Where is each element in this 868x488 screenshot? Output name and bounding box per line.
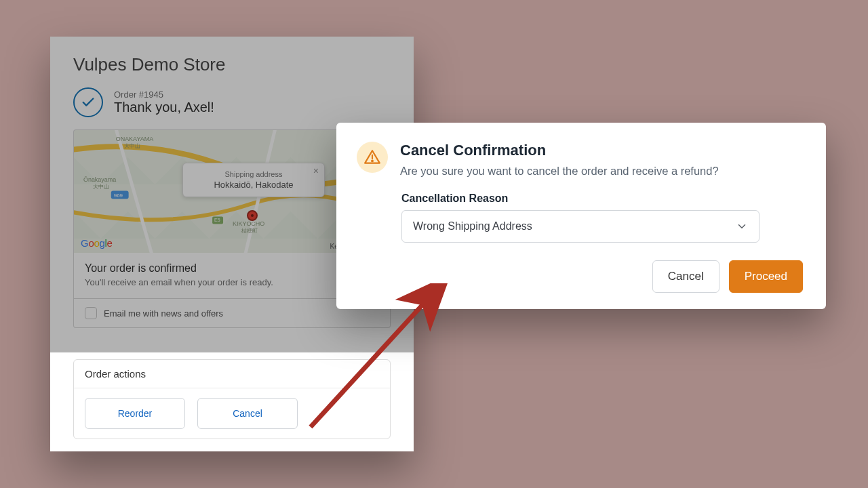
shipping-popup-label: Shipping address [191, 170, 316, 178]
modal-title: Cancel Confirmation [400, 142, 803, 159]
google-logo: Google [81, 237, 113, 249]
modal-cancel-button[interactable]: Cancel [652, 260, 719, 293]
thank-you-text: Thank you, Axel! [114, 100, 214, 115]
svg-point-11 [372, 161, 373, 162]
newsletter-checkbox[interactable] [85, 307, 97, 319]
shipping-address-popup: × Shipping address Hokkaidō, Hakodate [182, 163, 325, 197]
svg-text:大中山: 大中山 [124, 143, 140, 149]
cancellation-reason-value: Wrong Shipping Address [413, 220, 532, 232]
order-confirmed-subtitle: You'll receive an email when your order … [85, 277, 379, 287]
svg-text:大中山: 大中山 [93, 184, 109, 190]
check-circle-icon [73, 87, 103, 117]
modal-subtitle: Are you sure you want to cancel the orde… [400, 165, 803, 178]
order-actions-panel: Order actions Reorder Cancel [50, 352, 414, 451]
map-pin-icon [247, 210, 258, 221]
cancel-order-button[interactable]: Cancel [197, 398, 298, 429]
svg-text:ONAKAYAMA: ONAKAYAMA [116, 136, 153, 142]
close-icon[interactable]: × [313, 166, 319, 176]
modal-proceed-button[interactable]: Proceed [729, 260, 803, 293]
newsletter-label: Email me with news and offers [104, 308, 223, 319]
order-actions-heading: Order actions [74, 360, 390, 388]
warning-icon [357, 142, 388, 173]
order-confirmed-title: Your order is confirmed [85, 262, 379, 274]
svg-text:Ōnakayama: Ōnakayama [83, 176, 116, 183]
svg-text:KIKYOCHO: KIKYOCHO [233, 220, 264, 227]
svg-text:969: 969 [114, 192, 123, 199]
cancellation-reason-label: Cancellation Reason [401, 192, 803, 205]
thank-you-row: Order #1945 Thank you, Axel! [73, 87, 391, 117]
order-number: Order #1945 [114, 89, 214, 100]
reorder-button[interactable]: Reorder [85, 398, 185, 429]
cancel-confirmation-modal: Cancel Confirmation Are you sure you wan… [336, 123, 826, 309]
shipping-popup-value: Hokkaidō, Hakodate [191, 180, 316, 190]
svg-text:E5: E5 [214, 218, 220, 222]
store-name: Vulpes Demo Store [73, 54, 391, 75]
chevron-down-icon [736, 220, 748, 232]
cancellation-reason-select[interactable]: Wrong Shipping Address [401, 210, 760, 243]
svg-text:桔梗町: 桔梗町 [241, 228, 258, 234]
